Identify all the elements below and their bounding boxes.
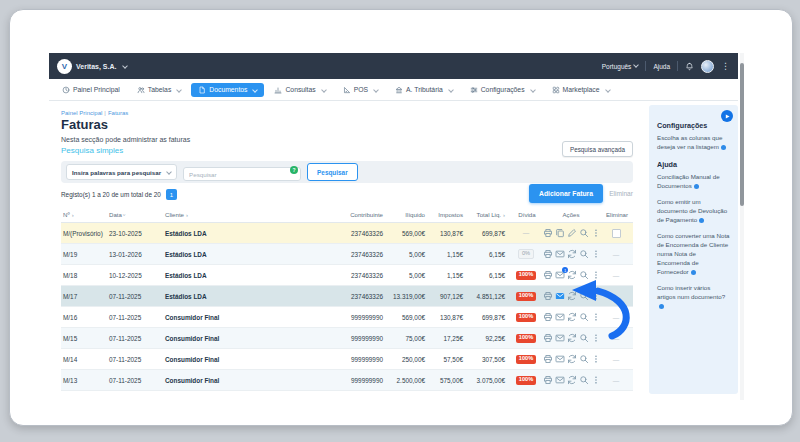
more-options-icon[interactable]: [591, 228, 601, 238]
magnifier-icon[interactable]: [579, 333, 589, 343]
help-link-conciliacao-manual-de-document[interactable]: Conciliação Manual de Documentos: [657, 173, 730, 191]
total-amount: 699,87€: [469, 314, 511, 321]
email-icon[interactable]: [555, 249, 565, 259]
magnifier-icon[interactable]: [579, 354, 589, 364]
invoice-table-body: M/(Provisório)23-10-2025Estádios LDA2374…: [61, 223, 633, 391]
add-invoice-button[interactable]: Adicionar Fatura: [529, 184, 603, 203]
net-amount: 569,00€: [389, 314, 431, 321]
tax-amount: 1,15€: [431, 251, 469, 258]
advanced-search-button[interactable]: Pesquisa avançada: [562, 141, 633, 157]
columns-settings-link[interactable]: Escolha as colunas que deseja ver na lis…: [657, 134, 730, 152]
print-icon[interactable]: [543, 291, 553, 301]
sync-icon[interactable]: [567, 354, 577, 364]
more-options-icon[interactable]: [591, 249, 601, 259]
edit-pencil-icon[interactable]: [567, 228, 577, 238]
row-actions: [541, 228, 599, 238]
email-icon[interactable]: [555, 354, 565, 364]
user-avatar[interactable]: [701, 60, 714, 73]
breadcrumb-current[interactable]: Faturas: [108, 110, 128, 116]
print-icon[interactable]: [543, 249, 553, 259]
more-options-icon[interactable]: [591, 291, 601, 301]
delete-selected-button[interactable]: Eliminar: [601, 190, 633, 197]
divider: [677, 61, 678, 71]
column-header-acoes: Ações: [541, 211, 599, 218]
total-amount: 307,50€: [469, 356, 511, 363]
client-name: Estádios LDA: [163, 230, 239, 237]
more-options-icon[interactable]: [591, 375, 601, 385]
delete-checkbox[interactable]: [612, 229, 621, 238]
breadcrumb-parent[interactable]: Painel Principal: [61, 110, 102, 116]
debt-badge: 100%: [516, 271, 536, 280]
notifications-bell-icon[interactable]: [685, 62, 694, 71]
row-actions: [541, 375, 599, 385]
invoice-row-m-16[interactable]: M/1607-11-2025Consumidor Final9999999905…: [61, 307, 633, 328]
sync-icon[interactable]: [567, 270, 577, 280]
net-amount: 2.500,00€: [389, 377, 431, 384]
more-options-icon[interactable]: [591, 270, 601, 280]
kebab-menu-icon[interactable]: ⋮: [721, 62, 730, 71]
magnifier-icon[interactable]: [579, 375, 589, 385]
column-header-n[interactable]: Nº›: [61, 211, 107, 218]
net-amount: 5,00€: [389, 251, 431, 258]
debt-cell: 100%: [511, 375, 541, 384]
column-header-data[interactable]: Data›: [107, 211, 163, 218]
column-header-iliquido: Ilíquido: [389, 211, 431, 218]
pagination-page-1[interactable]: 1: [166, 189, 177, 200]
email-icon[interactable]: [555, 333, 565, 343]
more-options-icon[interactable]: [591, 312, 601, 322]
email-icon[interactable]: [555, 375, 565, 385]
delete-cell: —: [599, 272, 633, 279]
scrollbar-thumb[interactable]: [740, 63, 744, 206]
print-icon[interactable]: [543, 375, 553, 385]
help-link-como-emitir-um-documento-de-de[interactable]: Como emitir um documento de Devolução de…: [657, 198, 730, 225]
invoice-row-m-14[interactable]: M/1407-11-2025Consumidor Final9999999902…: [61, 349, 633, 370]
column-header-eliminar: Eliminar: [599, 211, 633, 218]
invoice-row-m-provisorio[interactable]: M/(Provisório)23-10-2025Estádios LDA2374…: [61, 223, 633, 244]
help-circle-icon[interactable]: ?: [290, 166, 298, 174]
sync-icon[interactable]: [567, 375, 577, 385]
more-options-icon[interactable]: [591, 354, 601, 364]
invoice-row-m-17[interactable]: M/1707-11-2025Estádios LDA23746332613.31…: [61, 286, 633, 307]
play-tour-button[interactable]: [721, 110, 733, 122]
invoice-date: 07-11-2025: [107, 377, 163, 384]
magnifier-icon[interactable]: [579, 291, 589, 301]
sync-icon[interactable]: [567, 312, 577, 322]
duplicate-icon[interactable]: [555, 228, 565, 238]
help-links: Conciliação Manual de DocumentosComo emi…: [657, 173, 730, 311]
magnifier-icon[interactable]: [579, 249, 589, 259]
help-link-como-converter-uma-nota-de-enc[interactable]: Como converter uma Nota de Encomenda de …: [657, 232, 730, 277]
sort-desc-icon: ›: [122, 214, 128, 216]
magnifier-icon[interactable]: [579, 312, 589, 322]
invoice-row-m-18[interactable]: M/1810-12-2025Estádios LDA2374633265,00€…: [61, 265, 633, 286]
invoice-row-m-19[interactable]: M/1913-01-2026Estádios LDA2374633265,00€…: [61, 244, 633, 265]
help-link[interactable]: Ajuda: [653, 63, 670, 70]
column-header-cliente[interactable]: Cliente›: [163, 211, 239, 218]
row-actions: [541, 333, 599, 343]
invoice-date: 07-11-2025: [107, 314, 163, 321]
invoice-row-m-13[interactable]: M/1307-11-2025Consumidor Final9999999902…: [61, 370, 633, 391]
more-options-icon[interactable]: [591, 333, 601, 343]
total-amount: 699,87€: [469, 230, 511, 237]
magnifier-icon[interactable]: [579, 228, 589, 238]
app-screenshot: V Veritas, S.A. Português Ajuda ⋮ Painel…: [49, 53, 746, 400]
invoice-number: M/13: [61, 377, 107, 384]
email-icon[interactable]: [555, 312, 565, 322]
search-input[interactable]: [183, 167, 301, 181]
print-icon[interactable]: [543, 333, 553, 343]
magnifier-icon[interactable]: [579, 270, 589, 280]
print-icon[interactable]: [543, 354, 553, 364]
delete-disabled-dash: —: [613, 335, 620, 342]
print-icon[interactable]: [543, 228, 553, 238]
sync-icon[interactable]: [567, 291, 577, 301]
email-icon[interactable]: [555, 291, 565, 301]
print-icon[interactable]: [543, 270, 553, 280]
search-submit-button[interactable]: Pesquisar: [307, 163, 358, 181]
print-icon[interactable]: [543, 312, 553, 322]
email-icon[interactable]: 1: [555, 270, 565, 280]
sync-icon[interactable]: [567, 333, 577, 343]
sync-icon[interactable]: [567, 249, 577, 259]
search-filter-select[interactable]: Insira palavras para pesquisar: [66, 164, 177, 180]
invoice-row-m-15[interactable]: M/1507-11-2025Consumidor Final9999999907…: [61, 328, 633, 349]
column-header-total-liq[interactable]: Total Liq.›: [469, 211, 511, 218]
help-link-como-inserir-varios-artigos-nu[interactable]: Como inserir vários artigos num document…: [657, 284, 730, 311]
